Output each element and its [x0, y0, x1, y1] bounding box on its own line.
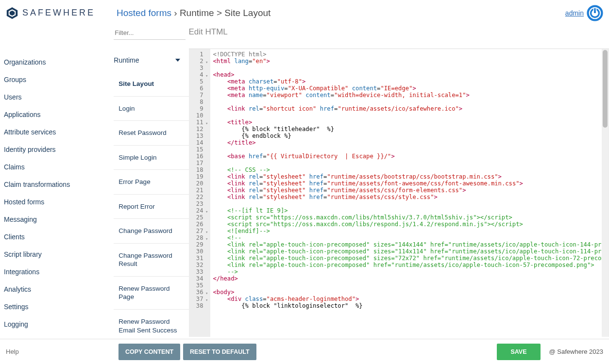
sidebar-item-script-library[interactable]: Script library: [4, 246, 114, 263]
sidebar-item-analytics[interactable]: Analytics: [4, 281, 114, 298]
help-link[interactable]: Help: [6, 348, 118, 355]
sidebar-item-applications[interactable]: Applications: [4, 106, 114, 123]
scrollbar-track[interactable]: [602, 49, 609, 337]
logo[interactable]: SAFEWHERE: [6, 7, 117, 19]
sidebar-item-groups[interactable]: Groups: [4, 71, 114, 88]
code-editor[interactable]: 12▾34▾567891011▾121314151617181920212223…: [189, 49, 609, 337]
user-link[interactable]: admin: [565, 9, 584, 17]
sub-item-report-error[interactable]: Report Error: [114, 195, 188, 219]
section-runtime[interactable]: Runtime: [114, 56, 188, 64]
sidebar-item-messaging[interactable]: Messaging: [4, 211, 114, 228]
power-icon[interactable]: [587, 5, 603, 21]
chevron-down-icon: [175, 59, 180, 62]
sidebar-item-clients[interactable]: Clients: [4, 228, 114, 246]
header-right: admin: [565, 5, 603, 21]
sidebar-item-identity-providers[interactable]: Identity providers: [4, 141, 114, 158]
sub-item-login[interactable]: Login: [114, 97, 188, 121]
sidebar-item-settings[interactable]: Settings: [4, 298, 114, 315]
sidebar-item-integrations[interactable]: Integrations: [4, 263, 114, 281]
save-button[interactable]: SAVE: [497, 344, 540, 360]
sidebar-item-users[interactable]: Users: [4, 88, 114, 106]
body-row: OrganizationsGroupsUsersApplicationsAttr…: [0, 26, 609, 337]
sidebar-item-organizations[interactable]: Organizations: [4, 53, 114, 71]
breadcrumb: Hosted forms › Runtime > Site Layout: [117, 8, 271, 18]
sub-item-renew-password-page[interactable]: Renew Password Page: [114, 277, 188, 310]
breadcrumb-link[interactable]: Hosted forms: [117, 8, 171, 18]
footer-brand: @ Safewhere 2023: [549, 348, 604, 355]
editor-title: Edit HTML: [189, 26, 609, 49]
footer: Help COPY CONTENT RESET TO DEFAULT SAVE …: [0, 339, 609, 364]
secondary-nav: Runtime Site LayoutLoginReset PasswordSi…: [114, 26, 188, 337]
code-content[interactable]: <!DOCTYPE html><html lang="en"> <head> <…: [210, 49, 609, 337]
logo-icon: [6, 7, 18, 19]
sub-item-simple-login[interactable]: Simple Login: [114, 146, 188, 170]
filter-input[interactable]: [114, 26, 186, 40]
sidebar-item-claim-transformations[interactable]: Claim transformations: [4, 176, 114, 193]
sub-item-renew-password-email-sent-success[interactable]: Renew Password Email Sent Success: [114, 310, 188, 343]
sub-item-site-layout[interactable]: Site Layout: [114, 72, 188, 97]
sub-item-error-page[interactable]: Error Page: [114, 170, 188, 195]
reset-default-button[interactable]: RESET TO DEFAULT: [183, 344, 256, 360]
sidebar-item-claims[interactable]: Claims: [4, 158, 114, 176]
section-label: Runtime: [114, 56, 139, 64]
sub-item-reset-password[interactable]: Reset Password: [114, 121, 188, 146]
sidebar-item-logging[interactable]: Logging: [4, 315, 114, 333]
line-gutter: 12▾34▾567891011▾121314151617181920212223…: [189, 49, 210, 337]
scrollbar-thumb[interactable]: [603, 50, 608, 128]
breadcrumb-current: Runtime > Site Layout: [180, 8, 271, 18]
editor-panel: Edit HTML 12▾34▾567891011▾12131415161718…: [189, 26, 609, 337]
sidebar-item-hosted-forms[interactable]: Hosted forms: [4, 193, 114, 211]
app-header: SAFEWHERE Hosted forms › Runtime > Site …: [0, 0, 609, 26]
sidebar: OrganizationsGroupsUsersApplicationsAttr…: [0, 26, 114, 337]
sidebar-item-attribute-services[interactable]: Attribute services: [4, 123, 114, 141]
sub-item-change-password-result[interactable]: Change Password Result: [114, 244, 188, 277]
copy-content-button[interactable]: COPY CONTENT: [118, 344, 180, 360]
sub-item-change-password[interactable]: Change Password: [114, 219, 188, 244]
logo-text: SAFEWHERE: [22, 8, 95, 18]
